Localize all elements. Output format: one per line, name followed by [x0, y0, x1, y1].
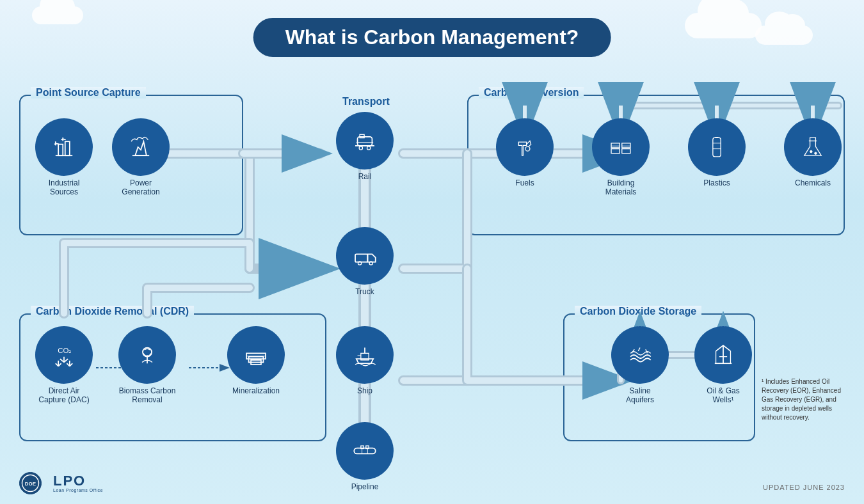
lpo-logo-group: LPO Loan Programs Office — [53, 474, 103, 492]
biomass-circle — [118, 326, 176, 384]
plastics-circle — [688, 118, 746, 176]
svg-rect-3 — [65, 141, 70, 155]
main-title: What is Carbon Management? — [253, 18, 611, 57]
footer: DOE LPO Loan Programs Office — [0, 472, 864, 494]
svg-line-55 — [638, 348, 640, 351]
building-label: BuildingMaterials — [589, 178, 653, 197]
svg-point-27 — [359, 146, 362, 150]
dac-label: Direct AirCapture (DAC) — [26, 386, 102, 405]
truck-circle — [336, 227, 394, 285]
dac-circle: CO₂ — [35, 326, 93, 384]
chemicals-label: Chemicals — [787, 178, 839, 187]
building-circle — [592, 118, 650, 176]
svg-text:DOE: DOE — [25, 481, 36, 487]
rail-circle — [336, 112, 394, 169]
saline-circle — [611, 326, 669, 384]
storage-label: Carbon Dioxide Storage — [575, 306, 701, 317]
svg-text:CO₂: CO₂ — [58, 347, 71, 354]
cloud-decoration-1 — [685, 13, 762, 38]
pipeline-circle — [336, 422, 394, 480]
ship-circle — [336, 326, 394, 384]
power-generation-circle — [112, 118, 170, 176]
svg-rect-40 — [361, 446, 364, 448]
svg-point-53 — [815, 152, 817, 155]
cloud-decoration-2 — [755, 26, 813, 45]
cc-label: Carbon Conversion — [479, 87, 584, 98]
transport-label: Transport — [342, 96, 390, 107]
rail-label: Rail — [342, 172, 387, 181]
svg-rect-45 — [622, 143, 630, 148]
svg-point-52 — [810, 150, 813, 153]
svg-line-11 — [64, 359, 68, 362]
cloud-decoration-3 — [32, 6, 83, 24]
industrial-sources-label: IndustrialSources — [29, 178, 99, 197]
svg-rect-30 — [355, 254, 367, 262]
plastics-label: Plastics — [691, 178, 743, 187]
saline-label: SalineAquifers — [608, 386, 672, 405]
cdr-label: Carbon Dioxide Removal (CDR) — [31, 306, 194, 317]
lpo-subtitle: Loan Programs Office — [53, 488, 103, 492]
pipeline-label: Pipeline — [339, 482, 391, 491]
footnote: ¹ Includes Enhanced Oil Recovery (EOR), … — [762, 377, 845, 422]
svg-rect-46 — [622, 149, 630, 154]
mineralization-label: Mineralization — [221, 386, 291, 395]
oil-gas-circle — [694, 326, 752, 384]
mineralization-circle — [227, 326, 285, 384]
svg-point-28 — [367, 146, 371, 150]
fuels-label: Fuels — [501, 178, 548, 187]
biomass-label: Biomass CarbonRemoval — [109, 386, 186, 405]
power-generation-label: PowerGeneration — [106, 178, 176, 197]
industrial-sources-circle — [35, 118, 93, 176]
svg-rect-2 — [58, 145, 63, 156]
svg-rect-37 — [354, 448, 375, 454]
svg-rect-44 — [611, 149, 620, 154]
chemicals-circle — [784, 118, 842, 176]
updated-text: UPDATED JUNE 2023 — [763, 484, 845, 491]
truck-label: Truck — [341, 287, 388, 296]
svg-line-10 — [60, 359, 64, 362]
lpo-text: LPO — [53, 474, 103, 488]
svg-point-42 — [525, 146, 530, 151]
doe-logo: DOE — [19, 472, 42, 494]
fuels-circle — [496, 118, 554, 176]
ship-label: Ship — [341, 386, 388, 395]
oil-gas-label: Oil & GasWells¹ — [691, 386, 755, 405]
svg-rect-41 — [366, 446, 369, 448]
svg-rect-43 — [611, 143, 620, 148]
psc-label: Point Source Capture — [31, 87, 146, 98]
